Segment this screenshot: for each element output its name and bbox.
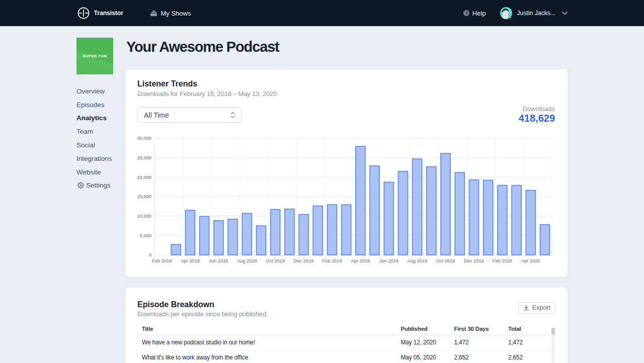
svg-text:30,000: 30,000 — [137, 136, 151, 141]
svg-text:Feb 2020: Feb 2020 — [493, 258, 512, 263]
svg-text:Apr 2019: Apr 2019 — [351, 258, 370, 263]
svg-text:0: 0 — [149, 252, 151, 257]
svg-text:Feb 2018: Feb 2018 — [152, 258, 172, 263]
svg-text:?: ? — [465, 11, 467, 16]
svg-text:Dec 2018: Dec 2018 — [294, 258, 314, 263]
svg-text:Jun 2018: Jun 2018 — [209, 258, 228, 263]
svg-text:Apr 2018: Apr 2018 — [181, 258, 200, 263]
svg-text:25,000: 25,000 — [137, 155, 151, 160]
svg-text:5,000: 5,000 — [140, 233, 151, 238]
svg-text:Apr 2020: Apr 2020 — [521, 258, 540, 263]
svg-text:Oct 2019: Oct 2019 — [436, 258, 455, 263]
svg-text:Feb 2019: Feb 2019 — [322, 258, 342, 263]
svg-text:Oct 2018: Oct 2018 — [266, 258, 285, 263]
svg-text:15,000: 15,000 — [137, 194, 151, 199]
svg-text:20,000: 20,000 — [137, 175, 151, 180]
svg-text:Aug 2018: Aug 2018 — [237, 258, 257, 263]
svg-text:10,000: 10,000 — [137, 214, 151, 219]
svg-text:Jun 2019: Jun 2019 — [379, 258, 398, 263]
svg-text:Dec 2019: Dec 2019 — [464, 258, 484, 263]
svg-text:Aug 2019: Aug 2019 — [407, 258, 427, 263]
